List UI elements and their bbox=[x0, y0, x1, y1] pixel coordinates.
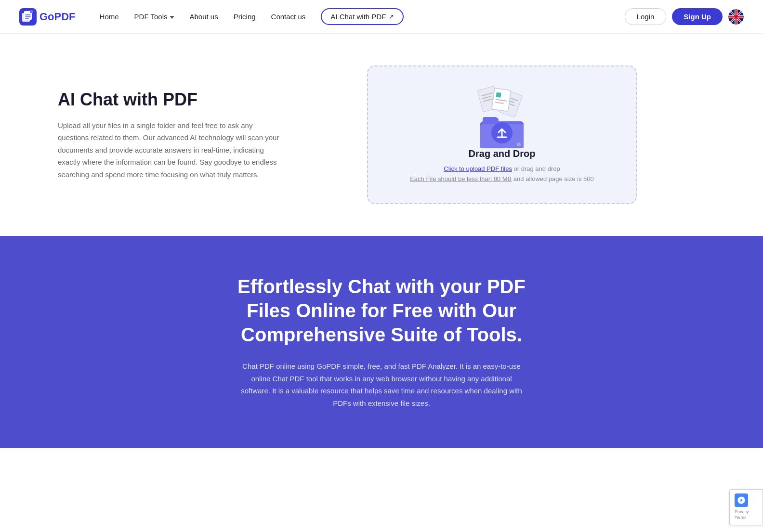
logo-link[interactable]: GoPDF bbox=[19, 8, 76, 26]
login-button[interactable]: Login bbox=[625, 8, 667, 25]
language-selector[interactable] bbox=[728, 9, 744, 25]
click-upload-link[interactable]: Click to upload PDF files bbox=[444, 165, 512, 172]
bottom-title: Effortlessly Chat with your PDF Files On… bbox=[218, 274, 545, 347]
external-link-icon: ↗ bbox=[389, 13, 394, 20]
nav-item-pricing[interactable]: Pricing bbox=[234, 13, 256, 21]
drag-drop-label: Drag and Drop bbox=[469, 148, 536, 159]
nav-item-contact-us[interactable]: Contact us bbox=[271, 13, 306, 21]
hero-left: AI Chat with PDF Upload all your files i… bbox=[58, 89, 279, 181]
upload-illustration bbox=[471, 86, 533, 148]
file-limit-text: Each File should be less than 80 MB bbox=[410, 175, 512, 182]
or-text: or drag and drop bbox=[514, 165, 560, 172]
svg-rect-15 bbox=[496, 92, 501, 97]
upload-subtext: Click to upload PDF files or drag and dr… bbox=[410, 164, 594, 184]
hero-section: AI Chat with PDF Upload all your files i… bbox=[0, 34, 763, 236]
hero-description: Upload all your files in a single folder… bbox=[58, 119, 279, 181]
hero-title: AI Chat with PDF bbox=[58, 89, 279, 110]
nav-right: Login Sign Up bbox=[625, 8, 744, 25]
signup-button[interactable]: Sign Up bbox=[672, 8, 723, 25]
nav-item-home[interactable]: Home bbox=[100, 13, 119, 21]
bottom-description: Chat PDF online using GoPDF simple, free… bbox=[237, 360, 526, 409]
logo-text: GoPDF bbox=[39, 11, 76, 23]
bottom-section: Effortlessly Chat with your PDF Files On… bbox=[0, 236, 763, 448]
svg-point-21 bbox=[517, 143, 521, 146]
chevron-down-icon bbox=[170, 16, 174, 19]
ai-chat-nav-button[interactable]: AI Chat with PDF ↗ bbox=[321, 8, 404, 25]
hero-right: Drag and Drop Click to upload PDF files … bbox=[279, 65, 724, 205]
svg-rect-4 bbox=[30, 10, 33, 13]
nav-item-about-us[interactable]: About us bbox=[190, 13, 218, 21]
upload-card[interactable]: Drag and Drop Click to upload PDF files … bbox=[367, 65, 637, 205]
logo-icon bbox=[19, 8, 37, 26]
nav-links: Home PDF Tools About us Pricing Contact … bbox=[100, 8, 625, 25]
nav-item-pdf-tools[interactable]: PDF Tools bbox=[134, 13, 174, 21]
navbar: GoPDF Home PDF Tools About us Pricing Co… bbox=[0, 0, 763, 34]
